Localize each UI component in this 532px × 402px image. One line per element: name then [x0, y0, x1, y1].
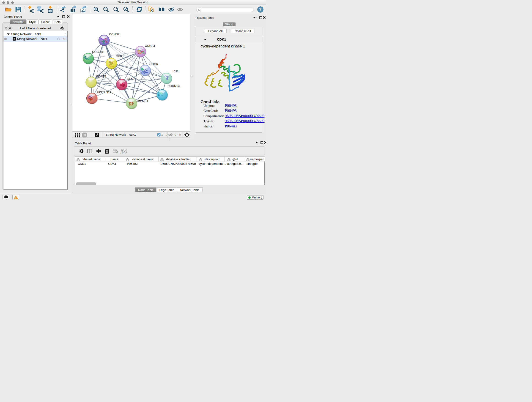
- svg-text:CDKN1A: CDKN1A: [167, 84, 180, 88]
- svg-text:CDK1: CDK1: [116, 54, 124, 58]
- svg-text:CDC25B: CDC25B: [92, 50, 104, 54]
- svg-text:f(x): f(x): [120, 148, 127, 154]
- svg-text:CCNE1: CCNE1: [138, 99, 148, 103]
- svg-text:CCNA1: CCNA1: [145, 44, 155, 47]
- svg-text:HIST1H1A: HIST1H1A: [97, 90, 112, 94]
- svg-text:CCNB1: CCNB1: [96, 75, 107, 78]
- svg-text:CCNA2: CCNA2: [127, 77, 137, 81]
- svg-text:CDC6: CDC6: [149, 62, 158, 66]
- svg-text:CCNB2: CCNB2: [109, 32, 120, 36]
- svg-text:RB1: RB1: [172, 70, 178, 73]
